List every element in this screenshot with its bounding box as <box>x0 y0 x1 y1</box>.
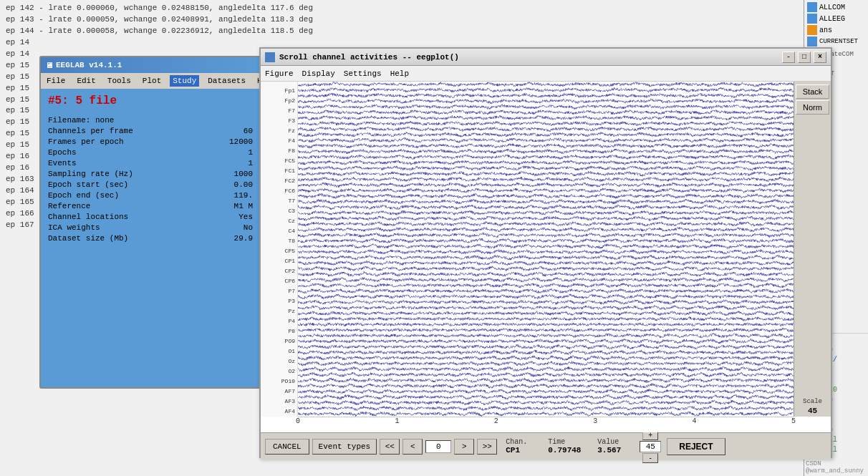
menu-file[interactable]: File <box>44 75 68 87</box>
menu-tools[interactable]: Tools <box>105 75 134 87</box>
svg-text:P7: P7 <box>288 288 295 294</box>
x-tick-4: 4 <box>693 417 697 425</box>
epoch-end-label: Epoch end (sec) <box>48 191 119 200</box>
channels-value: 60 <box>243 127 253 135</box>
svg-text:P3: P3 <box>288 298 295 304</box>
svg-text:AF3: AF3 <box>285 398 296 404</box>
info-epoch-end: Epoch end (sec) 119. <box>48 191 253 200</box>
eeg-canvas <box>298 82 794 417</box>
ans-label: ans <box>819 26 832 34</box>
epoch-end-value: 119. <box>234 191 253 200</box>
time-info-group: Time 0.79748 <box>548 438 594 455</box>
workspace-item-alleeg[interactable]: ALLEEG <box>806 13 867 24</box>
norm-button[interactable]: Norm <box>796 100 829 115</box>
next-button[interactable]: > <box>454 439 474 455</box>
scroll-window-controls[interactable]: - □ × <box>782 52 826 63</box>
allcom-icon <box>807 2 817 12</box>
x-tick-2: 2 <box>494 417 498 425</box>
epoch-start-label: Epoch start (sec) <box>48 180 128 189</box>
scale-input-group: + - <box>640 430 661 463</box>
svg-text:F4: F4 <box>288 137 295 144</box>
scale-value: 45 <box>796 407 829 415</box>
reference-value: M1 M <box>234 202 253 210</box>
info-filename: Filename: none <box>48 116 253 125</box>
svg-text:T8: T8 <box>288 238 295 244</box>
side-controls: Stack Norm Scale 45 <box>794 82 831 417</box>
menu-study[interactable]: Study <box>170 75 199 87</box>
svg-text:FC1: FC1 <box>285 167 296 174</box>
info-ica: ICA weights No <box>48 223 253 232</box>
svg-text:T7: T7 <box>288 198 295 204</box>
dataset-size-value: 29.9 <box>234 234 253 243</box>
scale-input[interactable] <box>640 441 661 452</box>
workspace-item-ans[interactable]: ans <box>806 24 867 36</box>
scale-label: Scale <box>796 398 829 405</box>
csdn-credit: CSDN @warm_and_sunny <box>806 460 868 475</box>
scroll-menu-settings[interactable]: Settings <box>344 69 382 78</box>
eeglab-content: #5: 5 file Filename: none Channels per f… <box>41 89 260 251</box>
channel-loc-value: Yes <box>238 213 253 221</box>
scroll-menubar: Figure Display Settings Help <box>261 66 831 82</box>
scroll-menu-help[interactable]: Help <box>390 69 409 78</box>
svg-text:PO9: PO9 <box>285 338 296 344</box>
menu-edit[interactable]: Edit <box>74 75 98 87</box>
maximize-button[interactable]: □ <box>798 52 811 63</box>
svg-text:Fp1: Fp1 <box>285 87 296 94</box>
eeglab-dataset-title: #5: 5 file <box>48 94 253 107</box>
console-line-3: ep 144 - lrate 0.000058, wchange 0.02236… <box>6 26 862 37</box>
info-events: Events 1 <box>48 159 253 167</box>
info-sampling: Sampling rate (Hz) 1000 <box>48 170 253 178</box>
dataset-size-label: Dataset size (Mb) <box>48 234 128 243</box>
bottom-control-bar: CANCEL Event types << < > >> Chan. CP1 T… <box>261 432 831 460</box>
info-channel-loc: Channel locations Yes <box>48 213 253 221</box>
workspace-item-currentset[interactable]: CURRENTSET <box>806 36 867 47</box>
reference-label: Reference <box>48 202 90 210</box>
svg-text:CP6: CP6 <box>285 278 296 284</box>
next-next-button[interactable]: >> <box>477 439 497 455</box>
time-header: Time <box>548 438 594 446</box>
currentset-icon <box>807 37 817 47</box>
ans-icon <box>807 25 817 35</box>
epochs-label: Epochs <box>48 148 77 157</box>
scroll-menu-figure[interactable]: Figure <box>265 69 294 78</box>
channel-loc-label: Channel locations <box>48 213 128 221</box>
svg-text:C3: C3 <box>288 208 295 214</box>
menu-plot[interactable]: Plot <box>140 75 164 87</box>
currentset-label: CURRENTSET <box>819 38 858 45</box>
cancel-button[interactable]: CANCEL <box>265 439 309 455</box>
alleeg-label: ALLEEG <box>819 15 845 23</box>
events-label: Events <box>48 159 77 167</box>
x-tick-3: 3 <box>593 417 597 425</box>
workspace-item-allcom[interactable]: ALLCOM <box>806 1 867 13</box>
scale-minus-button[interactable]: - <box>642 453 658 463</box>
svg-text:FC6: FC6 <box>285 188 296 194</box>
svg-text:F7: F7 <box>288 107 295 114</box>
value-display: 3.567 <box>597 446 637 455</box>
epoch-input[interactable] <box>425 440 451 453</box>
close-button[interactable]: × <box>814 52 826 63</box>
value-header: Value <box>597 438 637 446</box>
chan-value: CP1 <box>506 446 545 455</box>
svg-text:Fp2: Fp2 <box>285 97 296 104</box>
info-epochs: Epochs 1 <box>48 148 253 157</box>
info-reference: Reference M1 M <box>48 202 253 210</box>
events-value: 1 <box>248 159 253 167</box>
chan-info-group: Chan. CP1 <box>506 438 545 455</box>
x-tick-0: 0 <box>296 417 300 425</box>
menu-datasets[interactable]: Datasets <box>205 75 249 87</box>
svg-text:AF7: AF7 <box>285 388 296 394</box>
prev-button[interactable]: < <box>402 439 423 455</box>
prev-prev-button[interactable]: << <box>380 439 400 455</box>
scroll-menu-display[interactable]: Display <box>302 69 335 78</box>
frames-value: 12000 <box>229 137 253 146</box>
workspace-list: ALLCOM ALLEEG ans CURRENTSET <box>804 0 868 49</box>
svg-text:P4: P4 <box>288 318 295 324</box>
stack-button[interactable]: Stack <box>796 84 829 99</box>
event-types-button[interactable]: Event types <box>312 439 377 455</box>
x-tick-1: 1 <box>395 417 399 425</box>
svg-text:Pz: Pz <box>288 308 295 314</box>
x-axis: 0 1 2 3 4 5 <box>298 417 794 432</box>
reject-button[interactable]: REJECT <box>667 438 725 455</box>
minimize-button[interactable]: - <box>782 52 795 63</box>
ica-label: ICA weights <box>48 223 100 232</box>
